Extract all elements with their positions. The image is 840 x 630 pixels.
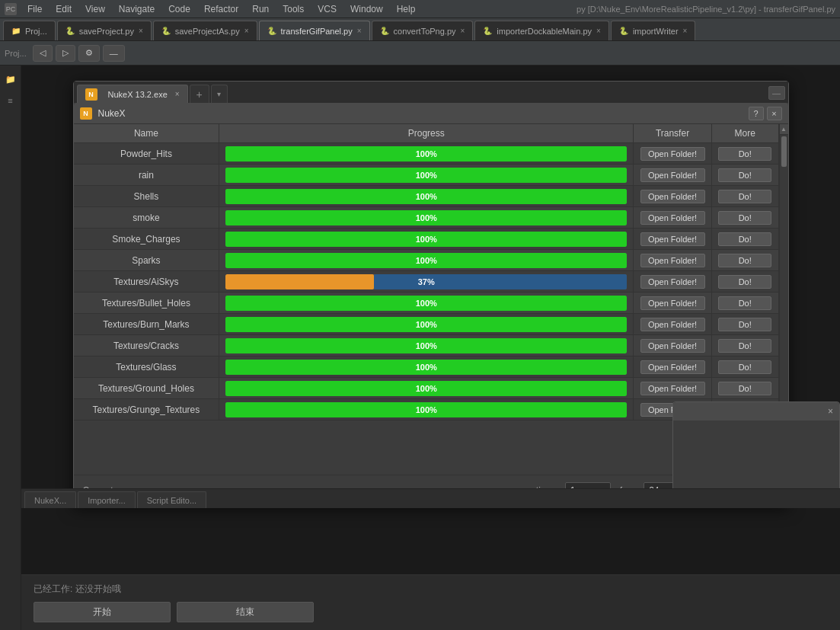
row-more: Do! — [711, 143, 778, 165]
menu-refactor[interactable]: Refactor — [198, 2, 244, 16]
tab-saveprojectas[interactable]: 🐍 saveProjectAs.py × — [153, 21, 257, 40]
tab-close-3[interactable]: × — [357, 27, 362, 35]
dialog-minimize-btn[interactable]: — — [768, 86, 785, 100]
table-row: Textures/Ground_Holes100%Open Folder!Do! — [74, 378, 779, 399]
row-name: smoke — [74, 207, 219, 229]
menu-code[interactable]: Code — [162, 2, 196, 16]
row-transfer: Open Folder! — [634, 378, 712, 399]
toolbar-back-btn[interactable]: ◁ — [33, 45, 53, 62]
toolbar-forward-btn[interactable]: ▷ — [56, 45, 75, 62]
open-folder-button[interactable]: Open Folder! — [640, 296, 705, 310]
menu-run[interactable]: Run — [246, 2, 275, 16]
open-folder-button[interactable]: Open Folder! — [640, 254, 705, 267]
menu-file[interactable]: File — [21, 2, 48, 16]
toolbar-minimize-btn[interactable]: — — [103, 45, 125, 62]
open-folder-button[interactable]: Open Folder! — [640, 190, 705, 203]
py-icon-1: 🐍 — [65, 27, 75, 35]
do-button[interactable]: Do! — [718, 211, 771, 225]
col-name: Name — [74, 124, 219, 143]
row-transfer: Open Folder! — [634, 357, 712, 378]
do-button[interactable]: Do! — [718, 254, 771, 267]
do-button[interactable]: Do! — [718, 339, 771, 353]
open-folder-button[interactable]: Open Folder! — [640, 211, 705, 225]
tab-importerdockablemain-label: importerDockableMain.py — [497, 27, 592, 36]
end-button[interactable]: 结束 — [177, 602, 314, 622]
tab-close-5[interactable]: × — [596, 27, 601, 35]
menu-edit[interactable]: Edit — [50, 2, 78, 16]
do-button[interactable]: Do! — [718, 360, 771, 374]
open-folder-button[interactable]: Open Folder! — [640, 168, 705, 182]
tab-dropdown-btn[interactable]: ▾ — [211, 85, 228, 103]
do-button[interactable]: Do! — [718, 168, 771, 182]
toolbar-settings-btn[interactable]: ⚙ — [78, 45, 100, 62]
do-button[interactable]: Do! — [718, 296, 771, 310]
do-button[interactable]: Do! — [718, 147, 771, 161]
menu-vcs[interactable]: VCS — [311, 2, 343, 16]
row-progress: 100% — [219, 250, 634, 271]
tab-close-4[interactable]: × — [461, 27, 465, 35]
sidebar-structure-icon[interactable]: ≡ — [3, 93, 18, 108]
tab-saveprojext[interactable]: 🐍 saveProject.py × — [57, 21, 152, 40]
tab-importerdockablemain[interactable]: 🐍 importerDockableMain.py × — [474, 21, 609, 40]
dialog-close-btn[interactable]: × — [767, 107, 782, 120]
row-progress: 100% — [219, 229, 634, 250]
open-folder-button[interactable]: Open Folder! — [640, 339, 705, 353]
menu-tools[interactable]: Tools — [276, 2, 310, 16]
dialog-help-btn[interactable]: ? — [749, 107, 764, 120]
open-folder-button[interactable]: Open Folder! — [640, 232, 705, 246]
col-progress: Progress — [219, 124, 634, 143]
tab-saveproject-label: saveProject.py — [79, 27, 134, 36]
do-button[interactable]: Do! — [718, 318, 771, 331]
menu-navigate[interactable]: Navigate — [113, 2, 161, 16]
tab-converttopng[interactable]: 🐍 convertToPng.py × — [372, 21, 474, 40]
tab-transfergifpanel-label: transferGifPanel.py — [281, 27, 353, 36]
row-transfer: Open Folder! — [634, 293, 712, 314]
menu-view[interactable]: View — [79, 2, 111, 16]
row-name: Textures/Glass — [74, 357, 219, 378]
row-name: Powder_Hits — [74, 143, 219, 165]
add-tab-btn[interactable]: + — [190, 85, 209, 103]
nukex-tab[interactable]: N NukeX 13.2.exe × — [77, 85, 188, 103]
col-more: More — [711, 124, 778, 143]
tab-close-1[interactable]: × — [139, 27, 143, 35]
do-button[interactable]: Do! — [718, 275, 771, 289]
open-folder-button[interactable]: Open Folder! — [640, 147, 705, 161]
row-name: Textures/Cracks — [74, 335, 219, 357]
tab-close-2[interactable]: × — [244, 27, 249, 35]
do-button[interactable]: Do! — [718, 382, 771, 395]
scroll-thumb[interactable] — [781, 136, 787, 167]
tab-close-6[interactable]: × — [683, 27, 688, 35]
table-row: Textures/Bullet_Holes100%Open Folder!Do! — [74, 293, 779, 314]
sidebar: 📁 ≡ — [0, 66, 21, 630]
tab-project[interactable]: 📁 Proj... — [3, 21, 56, 40]
row-more: Do! — [711, 271, 778, 293]
tab-importwriter[interactable]: 🐍 importWriter × — [611, 21, 696, 40]
row-more: Do! — [711, 165, 778, 186]
sidebar-project-icon[interactable]: 📁 — [3, 72, 18, 87]
table-row: Smoke_Charges100%Open Folder!Do! — [74, 229, 779, 250]
open-folder-button[interactable]: Open Folder! — [640, 360, 705, 374]
table-row: Textures/Cracks100%Open Folder!Do! — [74, 335, 779, 357]
scroll-up-arrow[interactable]: ▲ — [780, 124, 788, 135]
script-editor-tab[interactable]: Script Edito... — [137, 491, 206, 508]
do-button[interactable]: Do! — [718, 232, 771, 246]
row-transfer: Open Folder! — [634, 250, 712, 271]
nuke-panel-tab[interactable]: NukeX... — [24, 491, 76, 508]
open-folder-button[interactable]: Open Folder! — [640, 318, 705, 331]
row-progress: 100% — [219, 399, 634, 421]
col-transfer: Transfer — [634, 124, 712, 143]
menu-window[interactable]: Window — [344, 2, 389, 16]
open-folder-button[interactable]: Open Folder! — [640, 382, 705, 395]
row-name: Shells — [74, 186, 219, 207]
begin-button[interactable]: 开始 — [34, 602, 171, 622]
row-transfer: Open Folder! — [634, 143, 712, 165]
menu-help[interactable]: Help — [391, 2, 422, 16]
nukex-tab-close[interactable]: × — [175, 90, 180, 98]
dialog-title-bar: N NukeX ? × — [74, 103, 788, 124]
secondary-dialog-close[interactable]: × — [828, 406, 833, 417]
row-progress: 37% — [219, 271, 634, 293]
do-button[interactable]: Do! — [718, 190, 771, 203]
open-folder-button[interactable]: Open Folder! — [640, 275, 705, 289]
tab-transfergifpanel[interactable]: 🐍 transferGifPanel.py × — [259, 21, 370, 40]
importer-panel-tab[interactable]: Importer... — [78, 491, 136, 508]
